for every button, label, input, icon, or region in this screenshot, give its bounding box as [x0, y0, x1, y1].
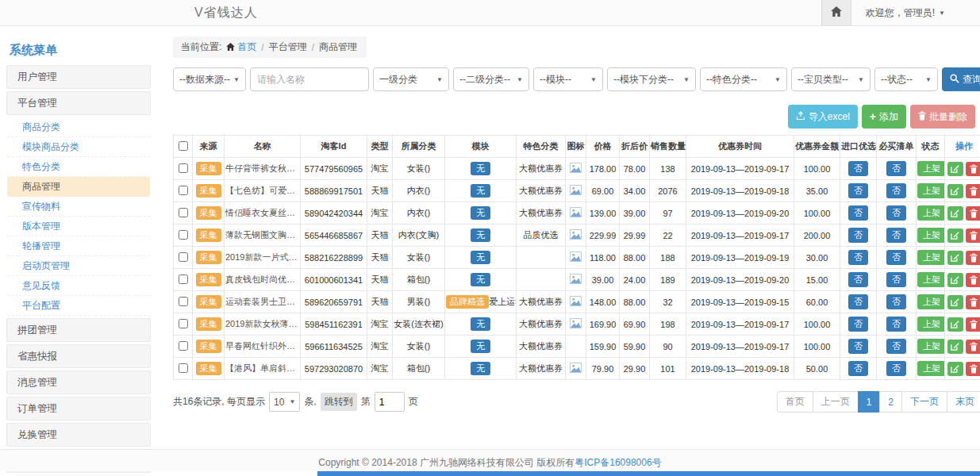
breadcrumb-item[interactable]: 平台管理	[269, 40, 307, 54]
import-select-toggle[interactable]: 否	[848, 228, 868, 243]
import-select-toggle[interactable]: 否	[848, 339, 868, 354]
must-buy-toggle[interactable]: 否	[886, 294, 906, 309]
page-button[interactable]: 上一页	[813, 391, 859, 413]
delete-button[interactable]	[966, 162, 980, 176]
status-toggle[interactable]: 上架	[917, 205, 945, 221]
row-checkbox[interactable]	[179, 363, 188, 373]
jump-page-input[interactable]	[375, 392, 405, 412]
name-input[interactable]	[250, 67, 369, 91]
must-buy-toggle[interactable]: 否	[886, 361, 906, 376]
data-source-select[interactable]: --数据来源--▼	[173, 67, 246, 91]
sidebar-item[interactable]: 平台配置	[7, 296, 150, 316]
sidebar-item[interactable]: 商品分类	[7, 117, 150, 137]
delete-button[interactable]	[966, 317, 980, 332]
breadcrumb-home-link[interactable]: 首页	[226, 40, 256, 54]
import-select-toggle[interactable]: 否	[848, 161, 868, 176]
row-checkbox[interactable]	[179, 252, 188, 262]
jump-button[interactable]: 跳转到	[321, 393, 357, 411]
select-all-checkbox[interactable]	[179, 141, 188, 151]
status-toggle[interactable]: 上架	[917, 339, 945, 354]
sidebar-section-header[interactable]: 订单管理	[6, 397, 151, 420]
import-select-toggle[interactable]: 否	[848, 317, 868, 332]
edit-button[interactable]	[947, 228, 963, 243]
must-buy-toggle[interactable]: 否	[886, 183, 906, 198]
must-buy-toggle[interactable]: 否	[886, 250, 906, 265]
status-toggle[interactable]: 上架	[917, 317, 945, 332]
sidebar-item[interactable]: 版本管理	[7, 217, 150, 236]
item-type-select[interactable]: --宝贝类型--▼	[791, 67, 870, 91]
import-select-toggle[interactable]: 否	[848, 361, 868, 376]
edit-button[interactable]	[947, 162, 963, 176]
must-buy-toggle[interactable]: 否	[886, 339, 906, 354]
edit-button[interactable]	[947, 206, 963, 221]
import-excel-button[interactable]: 导入excel	[788, 105, 858, 129]
import-select-toggle[interactable]: 否	[848, 183, 868, 198]
import-select-toggle[interactable]: 否	[848, 294, 868, 309]
delete-button[interactable]	[966, 340, 980, 354]
per-page-select[interactable]: 10 ▼	[269, 392, 300, 412]
sidebar-section-header[interactable]: 拼团管理	[6, 318, 151, 342]
edit-button[interactable]	[947, 362, 963, 376]
page-button[interactable]: 2	[879, 391, 902, 413]
status-toggle[interactable]: 上架	[917, 361, 945, 376]
page-button[interactable]: 下一页	[901, 391, 947, 413]
delete-button[interactable]	[966, 184, 980, 198]
icp-link[interactable]: 粤ICP备16098006号	[575, 457, 661, 468]
edit-button[interactable]	[947, 184, 963, 198]
delete-button[interactable]	[966, 295, 980, 309]
sidebar-section-header[interactable]: 消息管理	[6, 370, 151, 394]
level1-category-select[interactable]: 一级分类▼	[373, 67, 449, 91]
sidebar-item[interactable]: 轮播管理	[7, 236, 150, 256]
status-toggle[interactable]: 上架	[917, 250, 945, 265]
row-checkbox[interactable]	[179, 163, 188, 173]
sidebar-section-header[interactable]: 省惠快报	[6, 344, 151, 368]
row-checkbox[interactable]	[179, 208, 188, 217]
import-select-toggle[interactable]: 否	[848, 272, 868, 287]
add-button[interactable]: + 添加	[862, 105, 906, 129]
sidebar-section-header[interactable]: 用户管理	[6, 65, 151, 89]
row-checkbox[interactable]	[179, 186, 188, 195]
sidebar-item[interactable]: 模块商品分类	[7, 137, 150, 157]
sidebar-item[interactable]: 商品管理	[7, 177, 150, 197]
edit-button[interactable]	[947, 340, 963, 354]
row-checkbox[interactable]	[179, 319, 188, 328]
must-buy-toggle[interactable]: 否	[886, 272, 906, 287]
must-buy-toggle[interactable]: 否	[886, 161, 906, 176]
delete-button[interactable]	[966, 362, 980, 376]
level2-category-select[interactable]: --二级分类--▼	[453, 67, 529, 91]
page-button[interactable]: 末页	[947, 391, 980, 413]
row-checkbox[interactable]	[179, 230, 188, 240]
row-checkbox[interactable]	[179, 341, 188, 351]
page-button[interactable]: 首页	[777, 391, 813, 413]
row-checkbox[interactable]	[179, 297, 188, 306]
import-select-toggle[interactable]: 否	[848, 250, 868, 265]
batch-delete-button[interactable]: 批量删除	[910, 105, 975, 129]
sidebar-item[interactable]: 意见反馈	[7, 276, 150, 296]
edit-button[interactable]	[947, 251, 963, 265]
edit-button[interactable]	[947, 317, 963, 332]
delete-button[interactable]	[966, 273, 980, 287]
sidebar-section-header[interactable]: 兑换管理	[6, 423, 151, 447]
sidebar-item[interactable]: 特色分类	[7, 157, 150, 177]
delete-button[interactable]	[966, 206, 980, 221]
feature-category-select[interactable]: --特色分类--▼	[700, 67, 787, 91]
status-toggle[interactable]: 上架	[917, 294, 945, 309]
home-button[interactable]	[821, 0, 851, 25]
status-select[interactable]: --状态--▼	[874, 67, 938, 91]
search-button[interactable]: 查询	[942, 67, 980, 91]
status-toggle[interactable]: 上架	[917, 161, 945, 176]
sidebar-item[interactable]: 启动页管理	[7, 256, 150, 276]
must-buy-toggle[interactable]: 否	[886, 228, 906, 243]
status-toggle[interactable]: 上架	[917, 183, 945, 198]
user-menu[interactable]: 欢迎您，管理员! ▼	[851, 6, 980, 20]
edit-button[interactable]	[947, 273, 963, 287]
edit-button[interactable]	[947, 295, 963, 309]
module-subcategory-select[interactable]: --模块下分类--▼	[607, 67, 696, 91]
status-toggle[interactable]: 上架	[917, 272, 945, 287]
status-toggle[interactable]: 上架	[917, 228, 945, 243]
sidebar-section-header[interactable]: 平台管理	[6, 91, 151, 115]
import-select-toggle[interactable]: 否	[848, 205, 868, 221]
must-buy-toggle[interactable]: 否	[886, 317, 906, 332]
must-buy-toggle[interactable]: 否	[886, 205, 906, 221]
row-checkbox[interactable]	[179, 274, 188, 284]
